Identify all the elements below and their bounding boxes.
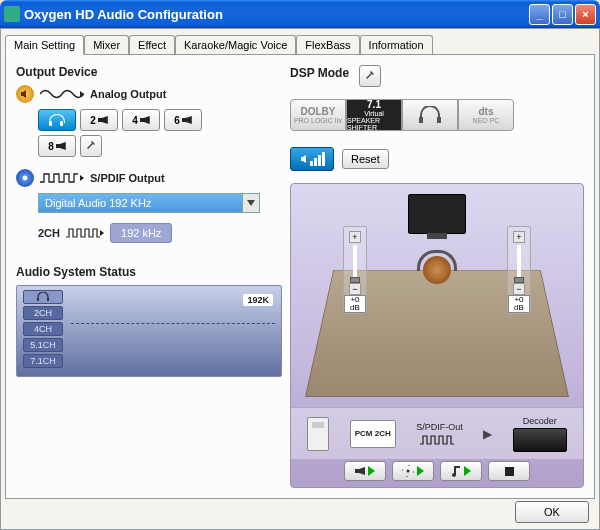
reset-button[interactable]: Reset xyxy=(342,149,389,169)
spdif-select[interactable]: Digital Audio 192 KHz xyxy=(38,193,260,213)
status-rate-badge: 192K xyxy=(243,294,273,306)
spdif-dropdown-button[interactable] xyxy=(242,193,260,213)
svg-rect-4 xyxy=(437,117,441,123)
speaker-icon xyxy=(140,116,150,124)
tab-mixer[interactable]: Mixer xyxy=(84,35,129,54)
speaker-round-icon xyxy=(16,85,34,103)
pcm-box: PCM 2CH xyxy=(350,420,396,448)
speaker-room-panel: + − +0dB + − +0dB PCM 2CH xyxy=(290,183,584,488)
analog-output-label: Analog Output xyxy=(90,88,166,100)
svg-rect-3 xyxy=(419,117,423,123)
decoder-box-icon xyxy=(513,428,567,452)
slider-track[interactable] xyxy=(517,245,521,281)
play-speakers-button[interactable] xyxy=(344,461,386,481)
channel-button-row: 2 4 6 xyxy=(38,109,282,131)
spdif-output-row: S/PDIF Output xyxy=(16,169,282,187)
channel-8-button[interactable]: 8 xyxy=(38,135,76,157)
slider-thumb[interactable] xyxy=(514,277,524,283)
status-left-labels: 2CH 4CH 5.1CH 7.1CH xyxy=(23,290,63,372)
tab-flexbass[interactable]: FlexBass xyxy=(296,35,359,54)
output-device-section: Output Device Analog Output 2 4 6 8 xyxy=(16,65,282,243)
chain-pc xyxy=(307,417,329,451)
tab-main-setting[interactable]: Main Setting xyxy=(5,35,84,55)
master-volume-button[interactable] xyxy=(290,147,334,171)
status-71ch-chip: 7.1CH xyxy=(23,354,63,368)
headphones-icon xyxy=(49,114,65,126)
ok-button[interactable]: OK xyxy=(515,501,589,523)
dsp-title: DSP Mode xyxy=(290,66,349,80)
audio-status-panel: 2CH 4CH 5.1CH 7.1CH 192K xyxy=(16,285,282,377)
status-dash-line xyxy=(71,323,275,324)
svg-rect-1 xyxy=(37,298,39,301)
headphones-icon xyxy=(418,106,442,124)
spdif-select-value: Digital Audio 192 KHz xyxy=(38,193,242,213)
spdif-rate-pill: 192 kHz xyxy=(110,223,172,243)
dsp-headphone-button[interactable] xyxy=(402,99,458,131)
maximize-button[interactable]: □ xyxy=(552,4,573,25)
footer-row: OK xyxy=(515,501,589,523)
app-icon xyxy=(4,6,20,22)
status-graph: 192K xyxy=(71,290,275,372)
tab-information[interactable]: Information xyxy=(360,35,433,54)
play-icon xyxy=(417,466,424,476)
minus-icon[interactable]: − xyxy=(513,283,525,295)
stop-button[interactable] xyxy=(488,461,530,481)
plus-icon[interactable]: + xyxy=(349,231,361,243)
monitor-icon[interactable] xyxy=(408,194,466,234)
output-device-title: Output Device xyxy=(16,65,282,79)
chain-pcm: PCM 2CH xyxy=(350,420,396,448)
channel-4-button[interactable]: 4 xyxy=(122,109,160,131)
analog-output-row: Analog Output xyxy=(16,85,282,103)
speaker-icon xyxy=(182,116,192,124)
chain-spdif-out: S/PDIF-Out xyxy=(416,422,463,446)
room-stage: + − +0dB + − +0dB xyxy=(291,184,583,407)
play-music-button[interactable] xyxy=(440,461,482,481)
dsp-dts-button[interactable]: dtsNEO PC xyxy=(458,99,514,131)
channel-6-button[interactable]: 6 xyxy=(164,109,202,131)
spdif-output-label: S/PDIF Output xyxy=(90,172,165,184)
close-button[interactable]: × xyxy=(575,4,596,25)
square-wave-icon xyxy=(66,227,104,239)
headphones-icon xyxy=(37,292,49,302)
chain-decoder: Decoder xyxy=(513,416,567,452)
dsp-71-virtual-button[interactable]: 7.1VirtualSPEAKER SHIFTER xyxy=(346,99,402,131)
speaker-icon xyxy=(300,154,310,164)
minus-icon[interactable]: − xyxy=(349,283,361,295)
right-column: DSP Mode DOLBYPRO LOGIC IIx 7.1VirtualSP… xyxy=(290,65,584,488)
tab-karaoke[interactable]: Karaoke/Magic Voice xyxy=(175,35,296,54)
square-wave-icon xyxy=(420,434,458,446)
signal-chain-row: PCM 2CH S/PDIF-Out ▶ Decoder xyxy=(291,407,583,459)
hammer-icon xyxy=(85,140,97,152)
plus-icon[interactable]: + xyxy=(513,231,525,243)
right-channel-slider[interactable]: + − +0dB xyxy=(507,226,531,314)
square-wave-icon xyxy=(40,171,84,185)
status-51ch-chip: 5.1CH xyxy=(23,338,63,352)
analog-settings-button[interactable] xyxy=(80,135,102,157)
chevron-down-icon xyxy=(247,200,255,206)
play-icon xyxy=(464,466,471,476)
play-surround-button[interactable] xyxy=(392,461,434,481)
channel-headphones-button[interactable] xyxy=(38,109,76,131)
tab-page-main: Output Device Analog Output 2 4 6 8 xyxy=(5,54,595,499)
left-channel-slider[interactable]: + − +0dB xyxy=(343,226,367,314)
minimize-button[interactable]: _ xyxy=(529,4,550,25)
window-title: Oxygen HD Audio Configuration xyxy=(24,7,527,22)
dsp-settings-button[interactable] xyxy=(359,65,381,87)
slider-track[interactable] xyxy=(353,245,357,281)
tab-strip: Main Setting Mixer Effect Karaoke/Magic … xyxy=(5,35,595,54)
sine-wave-icon xyxy=(40,87,84,101)
tab-effect[interactable]: Effect xyxy=(129,35,175,54)
slider-thumb[interactable] xyxy=(350,277,360,283)
dsp-dolby-button[interactable]: DOLBYPRO LOGIC IIx xyxy=(290,99,346,131)
status-2ch-chip: 2CH xyxy=(23,306,63,320)
reset-row: Reset xyxy=(290,147,584,171)
channel-2-button[interactable]: 2 xyxy=(80,109,118,131)
dsp-mode-buttons: DOLBYPRO LOGIC IIx 7.1VirtualSPEAKER SHI… xyxy=(290,99,584,131)
left-db-readout: +0dB xyxy=(344,295,366,313)
speaker-icon xyxy=(355,467,365,475)
listener-head-icon[interactable] xyxy=(423,256,451,284)
spdif-info-row: 2CH 192 kHz xyxy=(38,223,282,243)
left-column: Output Device Analog Output 2 4 6 8 xyxy=(16,65,282,488)
speaker-icon xyxy=(98,116,108,124)
speaker-icon xyxy=(56,142,66,150)
